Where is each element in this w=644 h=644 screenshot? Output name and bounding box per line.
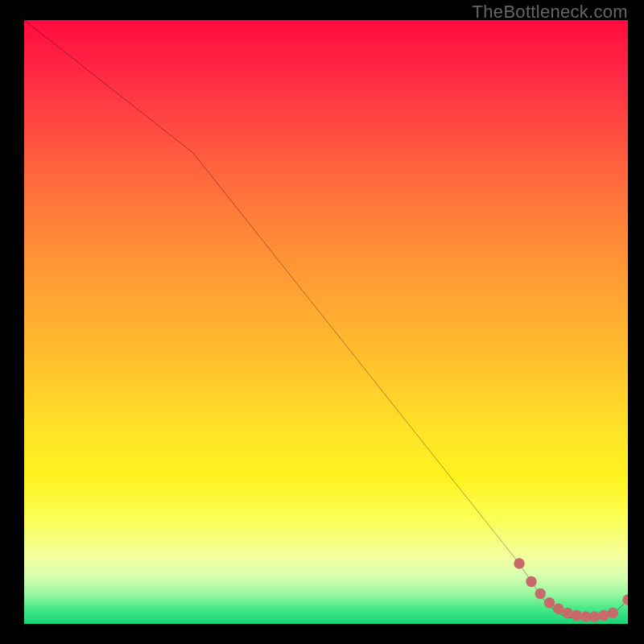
curve-svg <box>24 20 628 624</box>
chart-frame: TheBottleneck.com <box>0 0 644 644</box>
marker-group <box>514 558 628 622</box>
plot-area <box>24 20 628 624</box>
bottleneck-curve-path <box>24 20 628 618</box>
marker-dot <box>514 558 525 569</box>
marker-dot <box>544 597 555 609</box>
watermark-text: TheBottleneck.com <box>473 2 628 23</box>
marker-dot <box>526 576 537 588</box>
marker-dot <box>608 608 619 619</box>
marker-dot <box>535 588 547 600</box>
marker-dot <box>622 594 628 605</box>
